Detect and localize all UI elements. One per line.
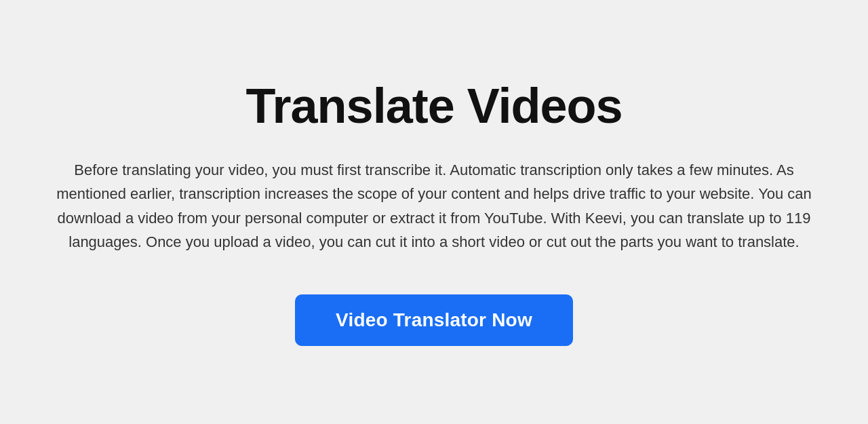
cta-button[interactable]: Video Translator Now: [295, 294, 573, 346]
page-container: Translate Videos Before translating your…: [0, 0, 868, 424]
page-title: Translate Videos: [246, 78, 623, 134]
page-description: Before translating your video, you must …: [54, 158, 814, 254]
